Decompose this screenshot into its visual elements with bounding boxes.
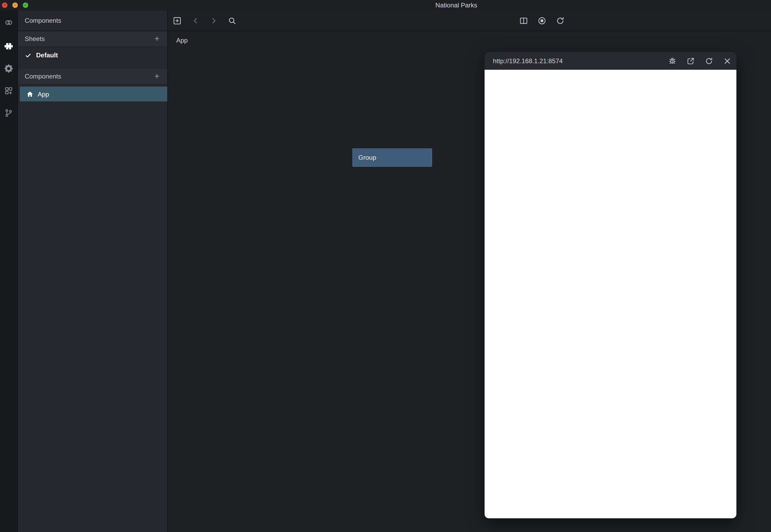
search-button[interactable] <box>223 10 241 31</box>
widgets-add-icon <box>4 86 13 95</box>
window-maximize-button[interactable]: ✓ <box>23 2 28 8</box>
preview-actions <box>665 53 735 68</box>
sheets-section-header: Sheets + <box>18 31 167 47</box>
gear-icon <box>4 64 13 72</box>
reload-button[interactable] <box>551 10 569 31</box>
main-area: Components Sheets + Default Components + <box>0 10 771 532</box>
widgets-panel-button[interactable] <box>0 82 17 99</box>
bug-icon <box>668 57 676 65</box>
back-button[interactable] <box>186 10 204 31</box>
home-icon <box>26 90 34 98</box>
window-title: National Parks <box>436 0 477 10</box>
git-branch-icon <box>4 109 13 117</box>
add-sheet-button[interactable]: + <box>153 35 161 43</box>
version-control-button[interactable] <box>0 104 17 122</box>
sheet-item-label: Default <box>36 52 58 59</box>
toolbar-right-group <box>514 10 569 31</box>
components-section-header: Components + <box>18 69 167 85</box>
preview-window: http://192.168.1.21:8574 <box>485 52 736 518</box>
sheets-section-label: Sheets <box>25 35 45 43</box>
check-icon <box>25 52 32 58</box>
toolbar-left-group <box>168 10 241 31</box>
preview-close-button[interactable] <box>720 53 735 68</box>
chevron-right-icon <box>209 16 218 25</box>
open-external-button[interactable] <box>683 53 698 68</box>
settings-panel-button[interactable] <box>0 59 17 77</box>
stop-button[interactable] <box>533 10 551 31</box>
sidebar-spacer <box>18 63 167 69</box>
stop-icon <box>537 16 546 25</box>
canvas-toolbar <box>168 10 771 31</box>
chevron-left-icon <box>191 16 200 25</box>
debug-button[interactable] <box>665 53 679 68</box>
titlebar: × − ✓ National Parks <box>0 0 771 10</box>
sidebar-title-label: Components <box>25 17 61 24</box>
preview-header: http://192.168.1.21:8574 <box>485 52 736 70</box>
add-frame-icon <box>172 16 181 25</box>
preview-url[interactable]: http://192.168.1.21:8574 <box>493 57 665 65</box>
canvas[interactable]: App Group http://192.168.1.21:8574 <box>168 10 771 532</box>
window-controls: × − ✓ <box>0 2 28 8</box>
components-panel-button[interactable] <box>0 37 17 55</box>
app-window: × − ✓ National Parks <box>0 0 771 532</box>
reload-icon <box>705 57 713 65</box>
preview-content[interactable] <box>485 70 736 519</box>
window-minimize-button[interactable]: − <box>12 2 18 8</box>
forward-button[interactable] <box>204 10 223 31</box>
group-node[interactable]: Group <box>352 148 432 167</box>
component-item-app[interactable]: App <box>20 86 167 101</box>
add-frame-button[interactable] <box>168 10 186 31</box>
open-external-icon <box>686 57 695 65</box>
flow-nodes-icon <box>4 18 13 26</box>
component-item-label: App <box>38 90 49 98</box>
components-section-label: Components <box>25 73 61 80</box>
preview-reload-button[interactable] <box>701 53 716 68</box>
sidebar: Components Sheets + Default Components + <box>18 10 168 532</box>
breadcrumb-app-tab[interactable]: App <box>176 31 188 49</box>
add-component-button[interactable]: + <box>153 72 161 80</box>
window-close-button[interactable]: × <box>2 2 7 8</box>
puzzle-icon <box>4 42 13 50</box>
split-view-button[interactable] <box>514 10 533 31</box>
search-icon <box>227 16 236 25</box>
reload-icon <box>556 16 565 25</box>
activity-bar <box>0 10 18 532</box>
group-node-label: Group <box>358 154 376 161</box>
flow-nodes-button[interactable] <box>0 13 17 31</box>
close-icon <box>723 57 731 65</box>
sheet-item-default[interactable]: Default <box>18 47 167 63</box>
split-view-icon <box>519 16 528 25</box>
sidebar-title: Components <box>18 10 167 31</box>
